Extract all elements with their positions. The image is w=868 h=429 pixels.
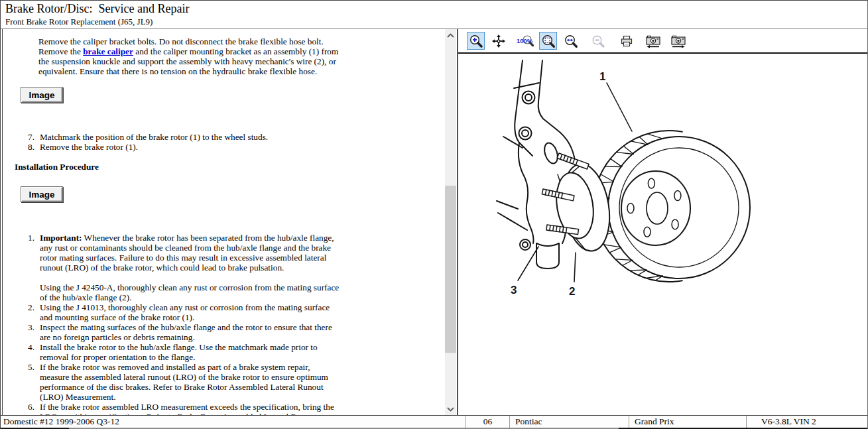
step-text: Matchmark the position of the brake roto… [40,132,340,142]
image-viewer-pane: 100% [458,29,868,415]
removal-step-7: 7. Matchmark the position of the brake r… [28,132,434,142]
step-number: 6. [28,402,40,415]
step-text: If the brake rotor assembled LRO measure… [40,402,340,415]
step-text: Inspect the mating surfaces of the hub/a… [40,322,340,342]
scroll-down-button[interactable] [445,404,456,415]
pan-button[interactable] [489,32,507,50]
removal-step-8: 8. Remove the brake rotor (1). [28,142,434,152]
brake-caliper-link[interactable]: brake caliper [83,46,133,56]
brake-rotor-diagram: 1 2 3 [458,55,868,415]
step-number: 3. [28,322,40,342]
svg-text:100%: 100% [517,36,533,44]
diagram-canvas[interactable]: 1 2 3 [458,55,868,415]
zoom-fit-width-button[interactable] [562,32,580,50]
image-button-removal[interactable]: Image [21,87,63,103]
step-text: If the brake rotor was removed and insta… [40,362,340,402]
chevron-down-icon [445,406,456,413]
status-engine: V6-3.8L VIN 2 [747,416,868,428]
previous-image-camera-icon [645,34,662,48]
status-model: Grand Prix [629,416,747,428]
document-scrollbar[interactable] [445,29,456,415]
status-database: Domestic #12 1999-2006 Q3-12 [1,416,466,428]
next-image-button[interactable] [668,32,688,50]
step-number: 1. [28,233,40,302]
installation-steps-list: 1. Important: Whenever the brake rotor h… [3,233,434,415]
step-text: Using the J 41013, thoroughly clean any … [40,302,340,322]
status-make: Pontiac [510,416,629,428]
step-number: 7. [28,132,40,142]
status-bar: Domestic #12 1999-2006 Q3-12 06 Pontiac … [1,415,868,428]
step-number: 4. [28,342,40,362]
fit-page-icon [541,34,556,48]
zoom-fit-page-button[interactable] [539,32,557,50]
install-step-5: 5. If the brake rotor was removed and in… [28,362,434,402]
previous-image-button[interactable] [643,32,663,50]
step-text: Important: Whenever the brake rotor has … [40,233,340,302]
step-text-body: Whenever the brake rotor has been separa… [40,233,334,273]
step-text: Install the brake rotor to the hub/axle … [40,342,340,362]
document-pane: Remove the caliper bracket bolts. Do not… [2,29,456,415]
zoom-100-icon: 100% [517,34,534,48]
next-image-camera-icon [670,34,687,48]
step-number: 2. [28,302,40,322]
install-step-3: 3. Inspect the mating surfaces of the hu… [28,322,434,342]
step-number: 5. [28,362,40,402]
install-step-2: 2. Using the J 41013, thoroughly clean a… [28,302,434,322]
pan-icon [491,34,506,48]
zoom-100-button[interactable]: 100% [515,32,535,50]
intro-paragraph: Remove the caliper bracket bolts. Do not… [38,36,345,76]
install-step-6: 6. If the brake rotor assembled LRO meas… [28,402,434,415]
app-window: Brake Rotor/Disc: Service and Repair Fro… [0,0,868,429]
callout-3-knuckle: 3 [511,284,517,296]
zoom-out-button-disabled [589,32,607,50]
print-icon [619,34,634,48]
page-subtitle: Front Brake Rotor Replacement (J65, JL9) [5,17,153,27]
status-year: 06 [466,416,510,428]
callout-2-hub-flange: 2 [569,285,575,298]
callout-1-rotor: 1 [599,70,605,83]
header-divider [1,28,867,29]
installation-procedure-heading: Installation Procedure [15,162,434,172]
page-title: Brake Rotor/Disc: Service and Repair [5,2,189,16]
fit-width-icon [564,34,578,48]
image-toolbar: 100% [458,29,868,54]
scroll-up-button[interactable] [445,29,456,40]
zoom-in-icon [469,34,483,48]
step-text: Remove the brake rotor (1). [40,142,340,152]
print-button[interactable] [617,32,635,50]
step-number: 8. [28,142,40,152]
zoom-in-button[interactable] [467,32,485,50]
scroll-thumb[interactable] [445,186,456,353]
step-text-paragraph2: Using the J 42450-A, thoroughly clean an… [40,282,340,302]
install-step-1: 1. Important: Whenever the brake rotor h… [28,233,434,302]
install-step-4: 4. Install the brake rotor to the hub/ax… [28,342,434,362]
important-label: Important: [40,233,82,243]
image-button-installation[interactable]: Image [21,186,63,202]
document-content: Remove the caliper bracket bolts. Do not… [3,29,434,415]
zoom-out-icon [591,34,605,48]
removal-steps-list: 7. Matchmark the position of the brake r… [3,132,434,152]
chevron-up-icon [445,32,456,38]
